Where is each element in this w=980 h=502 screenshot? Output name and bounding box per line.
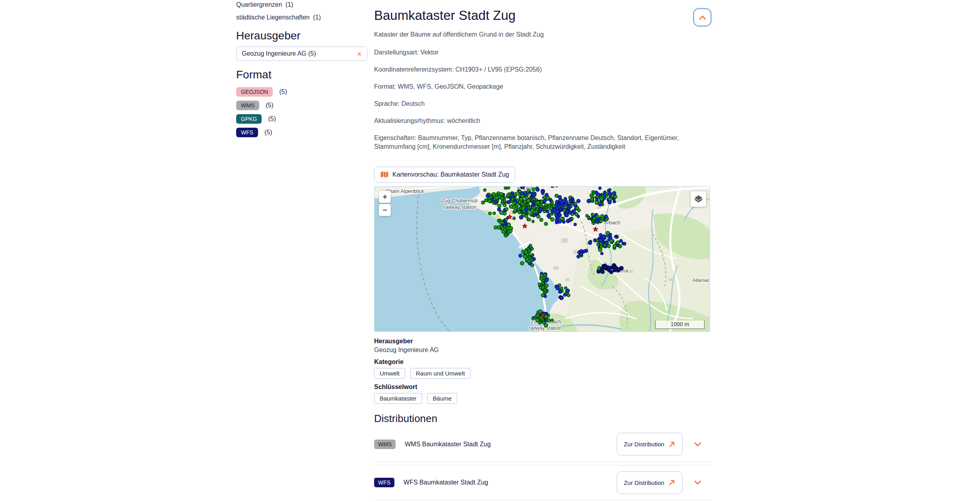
format-badge[interactable]: WFS bbox=[236, 128, 258, 137]
tag-chip[interactable]: Raum und Umwelt bbox=[410, 368, 470, 379]
distribution-list: WMS WMS Baumkataster Stadt Zug Zur Distr… bbox=[374, 427, 712, 500]
map-preview-button[interactable]: Kartenvorschau: Baumkataster Stadt Zug bbox=[374, 167, 515, 183]
distribution-name: WFS Baumkataster Stadt Zug bbox=[404, 479, 617, 486]
meta-darstellungsart: Darstellungsart: Vektor bbox=[374, 48, 712, 57]
map-zoom-controls: + − bbox=[379, 191, 391, 217]
tag-chip[interactable]: Baumkataster bbox=[374, 393, 422, 404]
category-chip-list: Umwelt Raum und Umwelt bbox=[374, 368, 712, 379]
expand-distribution-chevron[interactable] bbox=[693, 442, 702, 447]
map-canvas: Cham AlpenblickZug Chollermülirailway st… bbox=[375, 187, 710, 331]
distribution-format-badge: WFS bbox=[374, 478, 394, 487]
map-place-label: Cham Alpenblick bbox=[386, 188, 424, 194]
distribution-name: WMS Baumkataster Stadt Zug bbox=[405, 441, 617, 448]
dataset-subtitle: Kataster der Bäume auf öffentlichem Grun… bbox=[374, 31, 712, 39]
zoom-out-button[interactable]: − bbox=[379, 204, 391, 216]
format-facet-heading: Format bbox=[236, 69, 367, 81]
distribution-format-badge: WMS bbox=[374, 440, 396, 449]
chevron-down-icon bbox=[693, 480, 702, 485]
keyword-chip-list: Baumkataster Bäume bbox=[374, 393, 712, 404]
map-preview-label: Kartenvorschau: Baumkataster Stadt Zug bbox=[392, 171, 509, 178]
facet-count: (1) bbox=[285, 1, 293, 8]
map-scale-bar: 1000 m bbox=[655, 321, 704, 329]
distribution-row: WFS WFS Baumkataster Stadt Zug Zur Distr… bbox=[374, 465, 712, 500]
meta-koordinatenreferenzsystem: Koordinatenreferenzsystem: CH1903+ / LV9… bbox=[374, 65, 712, 74]
zoom-in-button[interactable]: + bbox=[379, 191, 391, 203]
format-facet-row: WFS (5) bbox=[236, 127, 367, 138]
external-link-arrow-icon bbox=[668, 479, 675, 486]
facet-list: Quartiergrenzen (1) städtische Liegensch… bbox=[236, 1, 367, 21]
meta-eigenschaften: Eigenschaften: Baumnummer, Typ, Pflanzen… bbox=[374, 134, 712, 151]
facet-count: (1) bbox=[313, 14, 321, 21]
format-badge[interactable]: GPKG bbox=[236, 114, 262, 124]
distributions-heading: Distributionen bbox=[374, 412, 712, 425]
layers-icon bbox=[693, 195, 704, 204]
facet-label: Quartiergrenzen bbox=[236, 1, 284, 8]
zur-distribution-button[interactable]: Zur Distribution bbox=[617, 433, 683, 455]
metadata-block: Darstellungsart: Vektor Koordinatenrefer… bbox=[374, 48, 712, 151]
chevron-up-icon bbox=[699, 15, 706, 20]
publisher-filter-chip: Geozug Ingenieure AG (5) ✕ bbox=[236, 47, 367, 61]
dataset-header: Baumkataster Stadt Zug bbox=[374, 0, 712, 27]
filter-sidebar: Quartiergrenzen (1) städtische Liegensch… bbox=[236, 1, 367, 140]
remove-filter-icon[interactable]: ✕ bbox=[357, 51, 362, 57]
format-count: (5) bbox=[264, 129, 272, 136]
page-title: Baumkataster Stadt Zug bbox=[374, 7, 516, 24]
format-facet-list: GEOJSON (5) WMS (5) GPKG (5) WFS (5) bbox=[236, 86, 367, 138]
format-count: (5) bbox=[266, 102, 274, 109]
map-place-label: railway station bbox=[444, 204, 476, 210]
chevron-down-icon bbox=[693, 442, 702, 447]
publisher-label: Herausgeber bbox=[374, 338, 712, 345]
dataset-detail: Baumkataster Stadt Zug Kataster der Bäum… bbox=[374, 0, 712, 500]
facet-label: städtische Liegenschaften bbox=[236, 14, 311, 21]
publisher-filter-label: Geozug Ingenieure AG (5) bbox=[242, 50, 316, 57]
format-badge[interactable]: GEOJSON bbox=[236, 87, 273, 97]
publisher-value: Geozug Ingenieure AG bbox=[374, 346, 712, 354]
external-link-arrow-icon bbox=[668, 441, 675, 448]
format-facet-row: WMS (5) bbox=[236, 100, 367, 111]
sidebar-facet-item[interactable]: städtische Liegenschaften (1) bbox=[236, 14, 367, 21]
map-place-label: Allenwi bbox=[693, 277, 709, 283]
category-label: Kategorie bbox=[374, 358, 712, 366]
layer-switcher-button[interactable] bbox=[691, 191, 706, 207]
map-preview[interactable]: Cham AlpenblickZug Chollermülirailway st… bbox=[374, 186, 710, 332]
format-facet-row: GPKG (5) bbox=[236, 113, 367, 125]
publisher-facet-heading: Herausgeber bbox=[236, 30, 367, 42]
map-icon bbox=[380, 171, 388, 179]
format-badge[interactable]: WMS bbox=[236, 101, 259, 110]
distribution-row: WMS WMS Baumkataster Stadt Zug Zur Distr… bbox=[374, 427, 712, 462]
meta-sprache: Sprache: Deutsch bbox=[374, 99, 712, 108]
zur-distribution-label: Zur Distribution bbox=[624, 441, 664, 448]
format-count: (5) bbox=[268, 115, 276, 123]
expand-distribution-chevron[interactable] bbox=[693, 480, 702, 485]
keyword-label: Schlüsselwort bbox=[374, 383, 712, 391]
format-facet-row: GEOJSON (5) bbox=[236, 86, 367, 97]
meta-format: Format: WMS, WFS, GeoJSON, Geopackage bbox=[374, 82, 712, 91]
tag-chip[interactable]: Bäume bbox=[427, 393, 458, 404]
zur-distribution-label: Zur Distribution bbox=[624, 479, 664, 486]
tag-chip[interactable]: Umwelt bbox=[374, 368, 405, 379]
zur-distribution-button[interactable]: Zur Distribution bbox=[617, 471, 683, 494]
map-place-label: Zug Chollermüli bbox=[441, 198, 477, 204]
collapse-panel-button[interactable] bbox=[693, 8, 712, 27]
sidebar-facet-item[interactable]: Quartiergrenzen (1) bbox=[236, 1, 367, 8]
meta-aktualisierungsrhythmus: Aktualisierungsrhythmus: wöchentlich bbox=[374, 117, 712, 125]
format-count: (5) bbox=[279, 88, 287, 95]
